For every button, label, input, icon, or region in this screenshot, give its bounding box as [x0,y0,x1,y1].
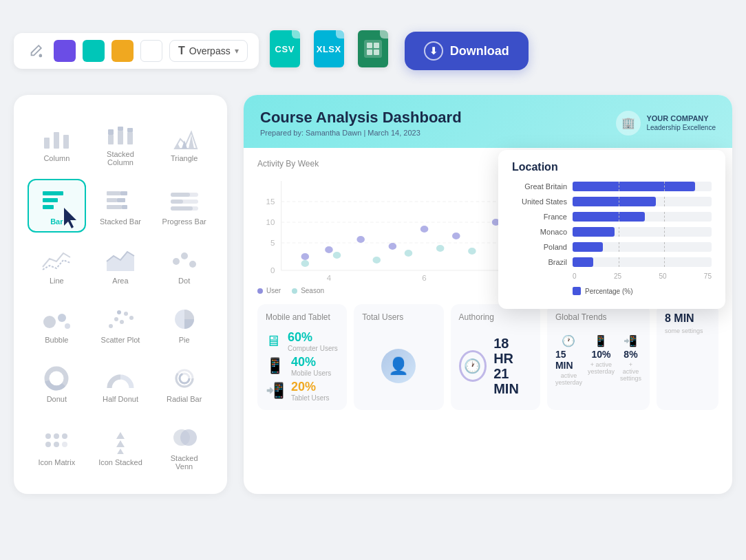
scatter-plot-label: Scatter Plot [101,336,140,344]
svg-text:6: 6 [422,274,426,282]
chart-item-line[interactable]: Line [28,238,86,292]
svg-point-52 [45,442,51,447]
chart-item-bubble[interactable]: Bubble [28,297,86,351]
dashboard-title: Course Analysis Dashboard [260,109,462,127]
global-trends-card: Global Trends 🕐 15 MIN active yesterday … [547,304,650,410]
font-name: Overpass [189,45,231,56]
trend-stat-3: 📲 8% + active settings [620,334,641,386]
download-button[interactable]: ⬇ Download [405,32,529,70]
bar-chart-icon [41,189,72,213]
bar-fill-us [573,197,656,206]
svg-point-51 [62,433,67,439]
global-trends-title: Global Trends [555,312,641,322]
progress-bar-label: Progress Bar [162,217,206,226]
chart-item-progress-bar[interactable]: Progress Bar [155,179,213,233]
area-label: Area [112,277,128,285]
company-badge: 🏢 YOUR COMPANY Leadership Excellence [616,111,716,136]
mobile-icon: 📱 [266,357,284,375]
half-donut-label: Half Donut [103,395,138,403]
total-users-card: Total Users 👤 [354,304,443,410]
bar-label-br: Brazil [512,258,567,266]
axis-75: 75 [704,272,712,280]
svg-point-32 [189,261,196,268]
trend-stat1-num: 15 MIN [555,349,582,371]
chart-item-stacked-column[interactable]: Stacked Column [92,111,150,173]
bar-track-gb [573,182,712,191]
bar-row-us: United States [512,197,712,206]
total-users-title: Total Users [362,312,435,322]
bar-label-gb: Great Britain [512,182,567,191]
legend-season-label: Season [301,287,324,294]
svg-rect-16 [43,205,54,209]
clock-icon: 🕐 [459,350,487,382]
bubble-label: Bubble [45,336,68,344]
bar-row-pl: Poland [512,242,712,252]
chart-item-stacked-bar[interactable]: Stacked Bar [92,179,150,233]
chart-item-half-donut[interactable]: Half Donut [92,356,150,410]
svg-rect-21 [117,198,125,202]
chart-item-donut[interactable]: Donut [28,356,86,410]
csv-export-button[interactable]: CSV [267,28,303,74]
trend-stat3-label: + active settings [620,361,641,382]
dot-label: Dot [178,277,190,285]
svg-rect-14 [43,191,63,195]
xlsx-export-button[interactable]: XLSX [311,28,347,74]
sheets-icon [358,30,388,67]
svg-point-40 [129,316,134,320]
chart-item-scatter-plot[interactable]: Scatter Plot [92,297,150,351]
bar-row-fr: France [512,212,712,222]
dashed-line-25c [619,212,619,222]
chart-item-radial-bar[interactable]: Radial Bar [155,356,213,410]
color-swatch-gold[interactable] [111,40,134,62]
bar-fill-pl [573,242,603,252]
dashed-line-50c [664,212,665,222]
svg-point-89 [436,245,445,252]
legend-box [573,287,581,295]
chart-item-bar[interactable]: Bar [28,179,86,233]
company-tagline: Leadership Excellence [646,123,716,132]
sheets-export-button[interactable] [355,28,391,74]
dashed-line-50d [664,227,665,237]
color-swatch-teal[interactable] [83,40,105,62]
paint-bucket-icon[interactable] [25,40,47,62]
font-icon: T [178,45,185,57]
svg-rect-8 [127,132,133,144]
svg-rect-5 [108,129,114,135]
dashed-line-50 [664,182,665,191]
chart-item-stacked-venn[interactable]: Stacked Venn [155,416,213,477]
mobile-tablet-title: Mobile and Tablet [266,312,339,322]
chart-item-pie[interactable]: Pie [155,297,213,351]
dashboard-header: Course Analysis Dashboard Prepared by: S… [244,95,732,148]
dashed-line-25 [619,182,619,191]
dashed-line-50f [664,257,665,267]
chart-item-dot[interactable]: Dot [155,238,213,292]
column-chart-icon [41,125,72,150]
svg-rect-3 [63,135,69,149]
chart-item-icon-matrix[interactable]: Icon Matrix [28,416,86,477]
download-icon: ⬇ [424,41,443,61]
svg-rect-27 [171,200,183,204]
icon-matrix-chart-icon [41,429,72,454]
chart-item-icon-stacked[interactable]: Icon Stacked [92,416,150,477]
authoring-hours: 18 HR [493,336,532,366]
chart-item-column[interactable]: Column [28,111,86,173]
scatter-plot-chart-icon [105,307,136,332]
svg-rect-20 [107,198,117,202]
svg-point-77 [452,233,460,239]
color-swatch-white[interactable] [140,40,162,62]
svg-text:15: 15 [266,198,275,206]
svg-rect-29 [171,206,193,211]
font-selector[interactable]: T Overpass ▾ [169,40,248,62]
svg-rect-4 [108,135,114,144]
icon-stacked-chart-icon [105,429,136,454]
svg-rect-18 [107,191,120,195]
chart-item-area[interactable]: Area [92,238,150,292]
dashed-line-25f [619,257,619,267]
bar-label-us: United States [512,197,567,206]
color-swatch-purple[interactable] [54,40,76,62]
chart-item-triangle[interactable]: Triangle [155,111,213,173]
svg-point-33 [43,316,56,328]
dashed-line-25b [619,197,619,206]
svg-rect-7 [118,127,123,131]
bar-track-pl [573,242,712,252]
